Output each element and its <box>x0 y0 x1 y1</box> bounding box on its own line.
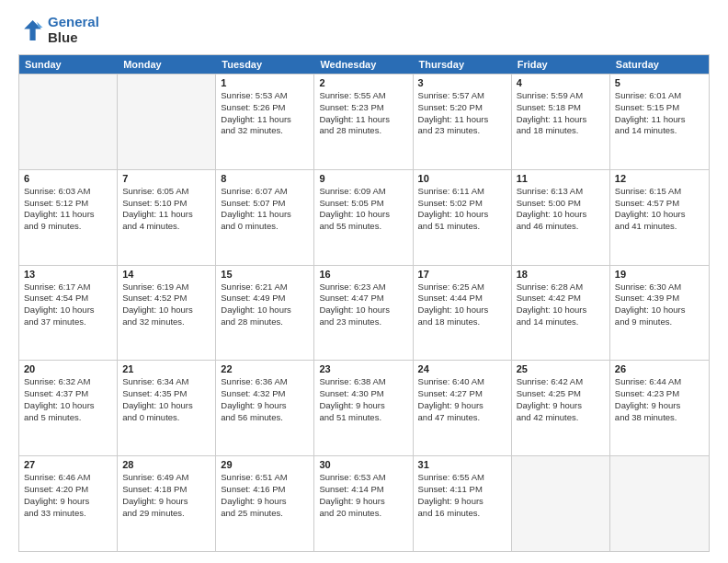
daylight-cont: and 9 minutes. <box>24 221 112 233</box>
sunrise: Sunrise: 5:59 AM <box>517 90 605 102</box>
daylight-cont: and 33 minutes. <box>24 508 112 520</box>
calendar-cell-1-4: 10Sunrise: 6:11 AMSunset: 5:02 PMDayligh… <box>414 170 512 265</box>
sunrise: Sunrise: 6:03 AM <box>24 186 112 198</box>
day-number: 21 <box>122 363 210 374</box>
day-number: 11 <box>517 173 605 184</box>
calendar-cell-2-0: 13Sunrise: 6:17 AMSunset: 4:54 PMDayligh… <box>19 266 118 361</box>
calendar-row-4: 27Sunrise: 6:46 AMSunset: 4:20 PMDayligh… <box>19 455 709 551</box>
sunrise: Sunrise: 6:36 AM <box>221 376 309 388</box>
day-number: 26 <box>615 363 704 374</box>
logo-line1: General <box>48 15 99 30</box>
daylight-cont: and 20 minutes. <box>319 508 407 520</box>
daylight-cont: and 23 minutes. <box>418 125 506 137</box>
day-number: 29 <box>221 459 309 470</box>
sunset: Sunset: 4:30 PM <box>319 388 407 400</box>
daylight: Daylight: 11 hours <box>319 114 407 126</box>
header-day-friday: Friday <box>512 55 610 74</box>
daylight-cont: and 28 minutes. <box>319 125 407 137</box>
logo-line2: Blue <box>48 30 99 46</box>
calendar-cell-3-2: 22Sunrise: 6:36 AMSunset: 4:32 PMDayligh… <box>216 361 314 455</box>
day-number: 3 <box>418 77 506 88</box>
daylight: Daylight: 10 hours <box>517 209 605 221</box>
calendar-cell-4-1: 28Sunrise: 6:49 AMSunset: 4:18 PMDayligh… <box>118 456 216 551</box>
sunrise: Sunrise: 6:38 AM <box>319 376 407 388</box>
daylight-cont: and 37 minutes. <box>24 316 112 328</box>
calendar-cell-1-0: 6Sunrise: 6:03 AMSunset: 5:12 PMDaylight… <box>19 170 118 265</box>
daylight: Daylight: 9 hours <box>221 400 309 412</box>
sunrise: Sunrise: 6:44 AM <box>615 376 704 388</box>
daylight: Daylight: 10 hours <box>418 304 506 316</box>
daylight: Daylight: 11 hours <box>615 114 704 126</box>
sunset: Sunset: 5:23 PM <box>319 102 407 114</box>
daylight: Daylight: 9 hours <box>24 496 112 508</box>
daylight-cont: and 38 minutes. <box>615 412 704 424</box>
calendar-cell-3-6: 26Sunrise: 6:44 AMSunset: 4:23 PMDayligh… <box>610 361 709 455</box>
day-number: 5 <box>615 77 704 88</box>
day-number: 19 <box>615 269 704 280</box>
calendar-cell-0-6: 5Sunrise: 6:01 AMSunset: 5:15 PMDaylight… <box>610 75 709 169</box>
sunrise: Sunrise: 6:30 AM <box>615 282 704 293</box>
logo-icon <box>18 17 44 43</box>
daylight-cont: and 32 minutes. <box>221 125 309 137</box>
sunset: Sunset: 4:49 PM <box>221 293 309 304</box>
calendar-cell-0-5: 4Sunrise: 5:59 AMSunset: 5:18 PMDaylight… <box>512 75 610 169</box>
daylight: Daylight: 10 hours <box>319 209 407 221</box>
calendar-cell-4-2: 29Sunrise: 6:51 AMSunset: 4:16 PMDayligh… <box>216 456 314 551</box>
header-day-thursday: Thursday <box>414 55 512 74</box>
daylight: Daylight: 9 hours <box>122 496 210 508</box>
sunrise: Sunrise: 6:13 AM <box>517 186 605 198</box>
sunrise: Sunrise: 6:55 AM <box>418 472 506 484</box>
daylight: Daylight: 10 hours <box>24 400 112 412</box>
sunset: Sunset: 4:18 PM <box>122 484 210 496</box>
calendar-cell-3-4: 24Sunrise: 6:40 AMSunset: 4:27 PMDayligh… <box>414 361 512 455</box>
day-number: 30 <box>319 459 407 470</box>
sunset: Sunset: 4:25 PM <box>517 388 605 400</box>
sunset: Sunset: 5:20 PM <box>418 102 506 114</box>
day-number: 2 <box>319 77 407 88</box>
daylight-cont: and 51 minutes. <box>418 221 506 233</box>
sunrise: Sunrise: 6:34 AM <box>122 376 210 388</box>
day-number: 12 <box>615 173 704 184</box>
sunset: Sunset: 5:26 PM <box>221 102 309 114</box>
daylight: Daylight: 11 hours <box>517 114 605 126</box>
day-number: 31 <box>418 459 506 470</box>
sunset: Sunset: 4:57 PM <box>615 198 704 210</box>
daylight: Daylight: 11 hours <box>122 209 210 221</box>
day-number: 15 <box>221 269 309 280</box>
calendar-cell-4-3: 30Sunrise: 6:53 AMSunset: 4:14 PMDayligh… <box>314 456 413 551</box>
sunset: Sunset: 4:39 PM <box>615 293 704 304</box>
daylight: Daylight: 10 hours <box>319 304 407 316</box>
daylight-cont: and 5 minutes. <box>24 412 112 424</box>
calendar-cell-0-4: 3Sunrise: 5:57 AMSunset: 5:20 PMDaylight… <box>414 75 512 169</box>
daylight: Daylight: 11 hours <box>221 114 309 126</box>
sunset: Sunset: 4:52 PM <box>122 293 210 304</box>
day-number: 4 <box>517 77 605 88</box>
daylight-cont: and 9 minutes. <box>615 316 704 328</box>
day-number: 9 <box>319 173 407 184</box>
sunrise: Sunrise: 6:46 AM <box>24 472 112 484</box>
sunrise: Sunrise: 6:42 AM <box>517 376 605 388</box>
sunset: Sunset: 4:20 PM <box>24 484 112 496</box>
sunrise: Sunrise: 6:07 AM <box>221 186 309 198</box>
sunrise: Sunrise: 6:53 AM <box>319 472 407 484</box>
calendar-cell-4-0: 27Sunrise: 6:46 AMSunset: 4:20 PMDayligh… <box>19 456 118 551</box>
daylight: Daylight: 9 hours <box>319 496 407 508</box>
daylight-cont: and 18 minutes. <box>517 125 605 137</box>
daylight: Daylight: 10 hours <box>122 400 210 412</box>
sunset: Sunset: 4:47 PM <box>319 293 407 304</box>
sunrise: Sunrise: 6:28 AM <box>517 282 605 293</box>
daylight: Daylight: 9 hours <box>418 496 506 508</box>
calendar-cell-4-5 <box>512 456 610 551</box>
daylight: Daylight: 9 hours <box>517 400 605 412</box>
day-number: 24 <box>418 363 506 374</box>
day-number: 8 <box>221 173 309 184</box>
sunset: Sunset: 4:44 PM <box>418 293 506 304</box>
daylight-cont: and 41 minutes. <box>615 221 704 233</box>
sunset: Sunset: 5:15 PM <box>615 102 704 114</box>
sunset: Sunset: 4:27 PM <box>418 388 506 400</box>
daylight-cont: and 42 minutes. <box>517 412 605 424</box>
day-number: 20 <box>24 363 112 374</box>
sunset: Sunset: 4:14 PM <box>319 484 407 496</box>
sunrise: Sunrise: 6:49 AM <box>122 472 210 484</box>
calendar-cell-2-4: 17Sunrise: 6:25 AMSunset: 4:44 PMDayligh… <box>414 266 512 361</box>
